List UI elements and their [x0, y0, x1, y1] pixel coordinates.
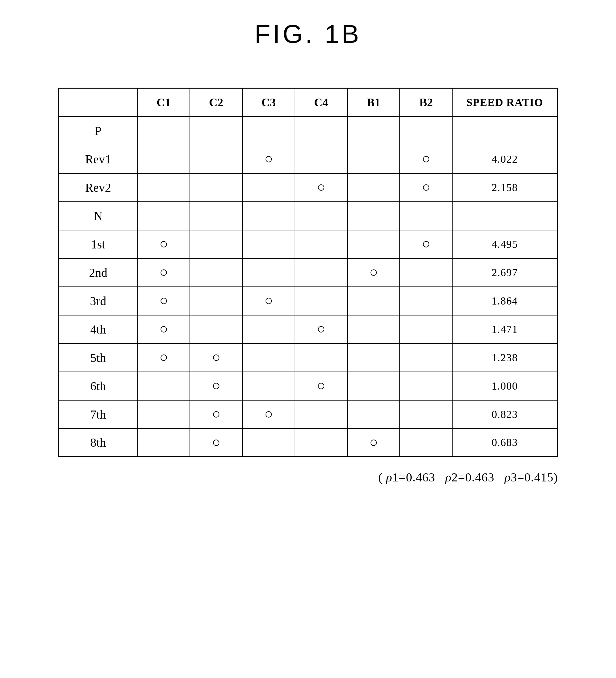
row-label: 4th [59, 315, 137, 343]
cell-c2 [190, 343, 243, 372]
row-label: 5th [59, 343, 137, 372]
header-empty [59, 88, 137, 117]
speed-ratio-value: 0.683 [452, 428, 557, 457]
speed-ratio-value: 4.495 [452, 230, 557, 258]
cell-b2 [400, 202, 452, 230]
cell-c2 [190, 145, 243, 173]
speed-ratio-value: 1.471 [452, 315, 557, 343]
cell-c2 [190, 173, 243, 202]
cell-b2 [400, 287, 452, 315]
cell-b1 [348, 428, 400, 457]
header-c2: C2 [190, 88, 243, 117]
header-b2: B2 [400, 88, 452, 117]
cell-b2 [400, 428, 452, 457]
cell-c2 [190, 117, 243, 145]
cell-c3 [243, 372, 295, 400]
speed-ratio-value: 1.000 [452, 372, 557, 400]
row-label: P [59, 117, 137, 145]
speed-ratio-value: 4.022 [452, 145, 557, 173]
cell-b2 [400, 315, 452, 343]
cell-c3 [243, 428, 295, 457]
cell-c3 [243, 315, 295, 343]
cell-b1 [348, 230, 400, 258]
speed-ratio-value: 1.864 [452, 287, 557, 315]
cell-b1 [348, 145, 400, 173]
speed-ratio-value [452, 202, 557, 230]
row-label: 6th [59, 372, 137, 400]
cell-c1 [137, 287, 190, 315]
header-c4: C4 [295, 88, 348, 117]
cell-c2 [190, 287, 243, 315]
cell-c3 [243, 258, 295, 287]
cell-c4 [295, 230, 348, 258]
table-row: 2nd2.697 [59, 258, 557, 287]
cell-c1 [137, 400, 190, 428]
table-row: 6th1.000 [59, 372, 557, 400]
table-row: 4th1.471 [59, 315, 557, 343]
cell-b1 [348, 173, 400, 202]
speed-ratio-value [452, 117, 557, 145]
cell-c3 [243, 400, 295, 428]
speed-ratio-value: 2.697 [452, 258, 557, 287]
row-label: 1st [59, 230, 137, 258]
cell-c4 [295, 343, 348, 372]
cell-b1 [348, 400, 400, 428]
cell-c3 [243, 230, 295, 258]
row-label: 7th [59, 400, 137, 428]
cell-b2 [400, 173, 452, 202]
header-c1: C1 [137, 88, 190, 117]
table-row: Rev14.022 [59, 145, 557, 173]
cell-b1 [348, 343, 400, 372]
cell-b1 [348, 258, 400, 287]
table-header-row: C1 C2 C3 C4 B1 B2 SPEED RATIO [59, 88, 557, 117]
cell-c4 [295, 202, 348, 230]
cell-c2 [190, 428, 243, 457]
cell-c1 [137, 372, 190, 400]
footnote: ( ρ1=0.463 ρ2=0.463 ρ3=0.415) [378, 470, 558, 484]
cell-c4 [295, 173, 348, 202]
rho-symbol-2: ρ [445, 470, 451, 484]
table-container: C1 C2 C3 C4 B1 B2 SPEED RATIO PRev14.022… [58, 88, 558, 457]
row-label: 8th [59, 428, 137, 457]
cell-c4 [295, 372, 348, 400]
cell-c3 [243, 343, 295, 372]
header-b1: B1 [348, 88, 400, 117]
cell-b2 [400, 258, 452, 287]
cell-c1 [137, 428, 190, 457]
cell-c4 [295, 287, 348, 315]
header-speed-ratio: SPEED RATIO [452, 88, 557, 117]
table-row: Rev22.158 [59, 173, 557, 202]
cell-b1 [348, 202, 400, 230]
cell-c4 [295, 258, 348, 287]
table-row: 5th1.238 [59, 343, 557, 372]
cell-c1 [137, 202, 190, 230]
cell-c4 [295, 145, 348, 173]
cell-b2 [400, 230, 452, 258]
row-label: N [59, 202, 137, 230]
rho-symbol-1: ρ [386, 470, 392, 484]
cell-c3 [243, 287, 295, 315]
speed-ratio-value: 1.238 [452, 343, 557, 372]
cell-c2 [190, 230, 243, 258]
table-row: 8th0.683 [59, 428, 557, 457]
cell-c1 [137, 315, 190, 343]
cell-c1 [137, 117, 190, 145]
cell-c2 [190, 400, 243, 428]
cell-c1 [137, 230, 190, 258]
row-label: Rev1 [59, 145, 137, 173]
cell-c2 [190, 372, 243, 400]
gear-ratio-table: C1 C2 C3 C4 B1 B2 SPEED RATIO PRev14.022… [58, 88, 558, 457]
page-title: FIG. 1B [255, 19, 362, 49]
table-row: P [59, 117, 557, 145]
cell-c1 [137, 173, 190, 202]
cell-c4 [295, 315, 348, 343]
cell-c4 [295, 400, 348, 428]
cell-b2 [400, 372, 452, 400]
cell-c3 [243, 145, 295, 173]
cell-c2 [190, 258, 243, 287]
row-label: 2nd [59, 258, 137, 287]
table-row: 7th0.823 [59, 400, 557, 428]
cell-b2 [400, 400, 452, 428]
header-c3: C3 [243, 88, 295, 117]
cell-c4 [295, 117, 348, 145]
